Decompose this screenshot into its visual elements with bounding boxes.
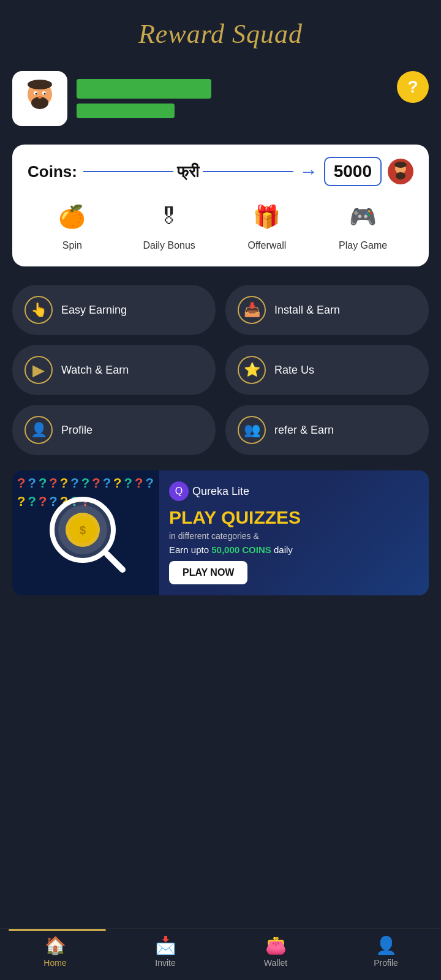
coins-amount: 50,000 COINS [211, 545, 271, 555]
play-game-icon: 🎮 [345, 198, 382, 235]
earn-text: Earn upto [169, 545, 211, 555]
daily-text: daily [271, 545, 293, 555]
action-play-game[interactable]: 🎮 Play Game [339, 198, 387, 251]
wallet-icon: 👛 [265, 935, 287, 956]
spin-icon: 🍊 [54, 198, 91, 235]
install-earn-icon: 📥 [238, 296, 266, 324]
watch-earn-label: Watch & Earn [61, 364, 129, 377]
daily-bonus-label: Daily Bonus [143, 240, 195, 251]
help-button[interactable]: ? [397, 71, 429, 103]
menu-grid: 👆 Easy Earning 📥 Install & Earn ▶ Watch … [0, 279, 441, 467]
refer-earn-icon: 👥 [238, 416, 266, 444]
invite-label: Invite [155, 958, 175, 968]
profile-button[interactable]: 👤 Profile [12, 405, 216, 455]
home-icon: 🏠 [45, 935, 66, 956]
nav-home[interactable]: 🏠 Home [0, 935, 110, 968]
nav-invite[interactable]: 📩 Invite [110, 935, 221, 968]
banner-earn: Earn upto 50,000 COINS daily [169, 545, 419, 555]
invite-icon: 📩 [155, 935, 176, 956]
daily-bonus-icon: 🎖 [151, 198, 187, 235]
banner-right: Q Qureka Lite PLAY QUIZZES in different … [159, 470, 429, 595]
qureka-logo-icon: Q [169, 481, 189, 501]
coins-avatar [388, 159, 413, 184]
svg-point-10 [394, 162, 407, 168]
username-censored [77, 79, 211, 99]
rate-us-icon: ⭐ [238, 356, 266, 384]
refer-earn-label: refer & Earn [274, 424, 334, 437]
banner-sub: in different categories & [169, 531, 419, 541]
profile-row: ? [0, 62, 441, 138]
play-now-button[interactable]: PLAY NOW [169, 561, 247, 584]
action-offerwall[interactable]: 🎁 Offerwall [248, 198, 287, 251]
coins-amount: 5000 [324, 157, 382, 186]
install-earn-label: Install & Earn [274, 304, 340, 317]
svg-point-7 [38, 96, 42, 99]
offerwall-label: Offerwall [248, 240, 287, 251]
coins-free-area: फ्री [83, 162, 293, 181]
svg-line-16 [107, 554, 123, 570]
active-nav-indicator [9, 929, 105, 931]
watch-earn-button[interactable]: ▶ Watch & Earn [12, 345, 216, 395]
offerwall-icon: 🎁 [249, 198, 285, 235]
nav-profile[interactable]: 👤 Profile [331, 935, 441, 968]
play-game-label: Play Game [339, 240, 387, 251]
svg-point-5 [36, 93, 37, 95]
header: Reward Squad [0, 0, 441, 62]
svg-text:$: $ [80, 524, 86, 537]
coins-card: Coins: फ्री → 5000 🍊 Spin 🎖 Daily Bonus … [12, 145, 429, 266]
coins-row: Coins: फ्री → 5000 [28, 157, 413, 186]
coins-label: Coins: [28, 162, 77, 181]
banner-headline: PLAY QUIZZES [169, 507, 419, 527]
nav-profile-icon: 👤 [375, 935, 397, 956]
app-title: Reward Squad [12, 18, 429, 50]
profile-label: Profile [61, 424, 92, 437]
home-label: Home [43, 958, 66, 968]
easy-earning-icon: 👆 [24, 296, 53, 324]
nav-profile-label: Profile [374, 958, 398, 968]
coins-free-text: फ्री [173, 162, 203, 181]
refer-earn-button[interactable]: 👥 refer & Earn [225, 405, 429, 455]
easy-earning-button[interactable]: 👆 Easy Earning [12, 285, 216, 335]
nav-wallet[interactable]: 👛 Wallet [221, 935, 331, 968]
rate-us-label: Rate Us [274, 364, 314, 377]
avatar[interactable] [12, 71, 67, 126]
email-censored [77, 104, 175, 118]
easy-earning-label: Easy Earning [61, 304, 127, 317]
quick-actions: 🍊 Spin 🎖 Daily Bonus 🎁 Offerwall 🎮 Play … [28, 198, 413, 251]
quiz-banner[interactable]: ? ? ? ? ? ? ? ? ? ? ? ? ? ? ? ? ? ? ? ? [12, 470, 429, 595]
bottom-nav: 🏠 Home 📩 Invite 👛 Wallet 👤 Profile [0, 929, 441, 980]
user-info [77, 79, 429, 118]
svg-point-2 [28, 80, 52, 89]
wallet-label: Wallet [264, 958, 287, 968]
action-daily-bonus[interactable]: 🎖 Daily Bonus [143, 198, 195, 251]
install-earn-button[interactable]: 📥 Install & Earn [225, 285, 429, 335]
rate-us-button[interactable]: ⭐ Rate Us [225, 345, 429, 395]
action-spin[interactable]: 🍊 Spin [54, 198, 91, 251]
banner-left: ? ? ? ? ? ? ? ? ? ? ? ? ? ? ? ? ? ? ? ? [12, 470, 159, 595]
qureka-badge: Q Qureka Lite [169, 481, 419, 501]
spin-label: Spin [62, 240, 82, 251]
profile-icon: 👤 [24, 416, 53, 444]
svg-point-6 [44, 93, 46, 95]
watch-earn-icon: ▶ [24, 356, 53, 384]
qureka-brand: Qureka Lite [192, 485, 249, 498]
coins-arrow: → [300, 161, 318, 182]
svg-point-9 [396, 172, 405, 179]
